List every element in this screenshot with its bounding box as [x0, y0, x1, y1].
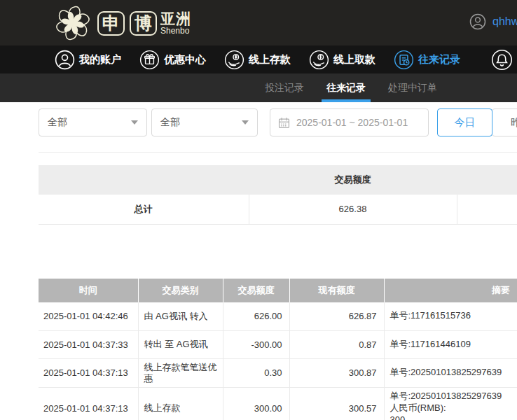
nav-label: 线上取款	[333, 53, 375, 66]
records-icon	[394, 50, 414, 70]
type-select[interactable]: 全部	[151, 108, 258, 136]
user-icon	[55, 50, 75, 70]
summary-header-amount: 交易额度	[249, 165, 457, 195]
cell-balance: 626.87	[289, 302, 384, 330]
tab-betting-records[interactable]: 投注记录	[265, 74, 304, 102]
gift-icon	[139, 50, 160, 70]
column-header-note: 摘要	[384, 279, 517, 302]
main-navigation: 我的账户 优惠中心	[0, 46, 517, 74]
chevron-down-icon	[242, 120, 249, 125]
table-row: 2025-01-01 04:37:13 线上存款笔笔送优惠 0.30 300.8…	[39, 358, 517, 388]
records-header-row: 时间 交易类别 交易额度 现有额度 摘要	[39, 279, 517, 302]
cell-balance: 0.87	[289, 330, 384, 358]
cell-amount: 626.00	[223, 302, 289, 330]
date-range-value: 2025-01-01 ~ 2025-01-01	[296, 117, 408, 128]
summary-table: 交易额度 总计 626.38	[39, 165, 517, 225]
user-account-area[interactable]: qhhw	[469, 13, 517, 30]
category-select[interactable]: 全部	[39, 108, 147, 136]
cell-note: 单号:202501013825297639 人民币(RMB): 300	[384, 388, 517, 420]
transaction-records-page: 申 博 亚洲 Shenbo qhhw	[0, 0, 517, 420]
summary-total-value: 626.38	[249, 195, 457, 224]
user-avatar-icon	[469, 13, 486, 30]
deposit-icon	[224, 50, 244, 70]
summary-header-empty	[39, 165, 249, 195]
logo-box-shen: 申	[97, 11, 125, 36]
chevron-down-icon	[131, 120, 138, 125]
column-header-balance: 现有额度	[289, 279, 384, 302]
cell-type: 由 AG视讯 转入	[138, 302, 223, 330]
nav-label: 往来记录	[418, 53, 460, 66]
cell-amount: 300.00	[223, 388, 289, 420]
cell-type: 线上存款笔笔送优惠	[138, 358, 223, 388]
calendar-icon	[278, 117, 290, 129]
table-row: 2025-01-01 04:42:46 由 AG视讯 转入 626.00 626…	[39, 302, 517, 330]
nav-label: 线上存款	[249, 53, 291, 66]
summary-total-label: 总计	[39, 195, 249, 224]
cell-amount: 0.30	[223, 358, 289, 388]
top-header: 申 博 亚洲 Shenbo qhhw	[0, 0, 517, 46]
cell-time: 2025-01-01 04:37:33	[39, 330, 138, 358]
summary-header-row: 交易额度	[39, 165, 517, 195]
yesterday-button[interactable]: 昨日	[492, 108, 517, 136]
logo-wordmark: 亚洲 Shenbo	[160, 11, 191, 36]
category-select-value: 全部	[48, 116, 67, 129]
records-table: 时间 交易类别 交易额度 现有额度 摘要 2025-01-01 04:42:46…	[39, 279, 517, 420]
type-select-value: 全部	[160, 116, 180, 129]
cell-balance: 300.87	[289, 358, 384, 388]
date-range-input[interactable]: 2025-01-01 ~ 2025-01-01	[270, 108, 429, 136]
notifications-button[interactable]	[491, 49, 513, 71]
records-tab-bar: 投注记录 往来记录 处理中订单	[0, 74, 517, 102]
username-text[interactable]: qhhw	[492, 15, 517, 28]
filter-divider	[39, 152, 517, 153]
summary-header-empty	[457, 165, 517, 195]
tab-pending-orders[interactable]: 处理中订单	[388, 74, 437, 102]
cell-time: 2025-01-01 04:37:13	[39, 358, 138, 388]
cell-type: 转出 至 AG视讯	[138, 330, 223, 358]
brand-logo[interactable]: 申 博 亚洲 Shenbo	[53, 3, 191, 43]
table-row: 2025-01-01 04:37:33 转出 至 AG视讯 -300.00 0.…	[39, 330, 517, 358]
summary-total-row: 总计 626.38	[39, 195, 517, 224]
nav-item-promotions[interactable]: 优惠中心	[139, 50, 206, 70]
cell-time: 2025-01-01 04:42:46	[39, 302, 138, 330]
column-header-type: 交易类别	[138, 279, 223, 302]
cell-amount: -300.00	[223, 330, 289, 358]
flower-logo-icon	[53, 4, 92, 43]
nav-label: 优惠中心	[164, 53, 206, 66]
table-row: 2025-01-01 04:37:13 线上存款 300.00 300.57 单…	[39, 388, 517, 420]
nav-item-deposit[interactable]: 线上存款	[224, 50, 291, 70]
logo-box-bo: 博	[130, 11, 157, 36]
cell-type: 线上存款	[138, 388, 223, 420]
cell-note: 单号:202501013825297639	[384, 358, 517, 388]
withdraw-icon	[309, 50, 329, 70]
summary-empty-cell	[457, 195, 517, 224]
cell-note: 单号:117161446109	[384, 330, 517, 358]
bell-icon	[491, 49, 513, 71]
tab-transaction-records[interactable]: 往来记录	[326, 74, 366, 102]
nav-item-transaction-records[interactable]: 往来记录	[394, 50, 460, 70]
logo-subtitle-text: Shenbo	[160, 27, 191, 36]
cell-time: 2025-01-01 04:37:13	[39, 388, 138, 420]
today-button[interactable]: 今日	[437, 108, 492, 136]
logo-region-text: 亚洲	[160, 11, 191, 27]
column-header-amount: 交易额度	[223, 279, 289, 302]
nav-label: 我的账户	[79, 53, 121, 66]
column-header-time: 时间	[39, 279, 138, 302]
cell-note: 单号:117161515736	[384, 302, 517, 330]
cell-balance: 300.57	[289, 388, 384, 420]
nav-item-my-account[interactable]: 我的账户	[55, 50, 121, 70]
nav-item-withdraw[interactable]: 线上取款	[309, 50, 375, 70]
